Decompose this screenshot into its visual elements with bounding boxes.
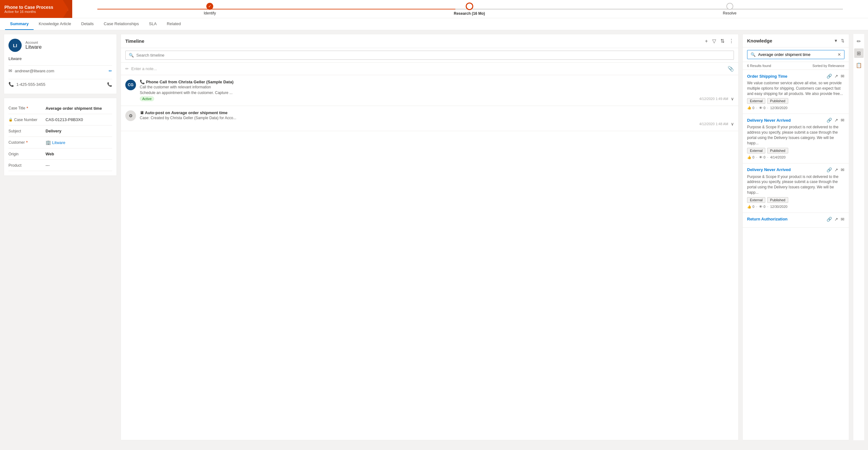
expand-entry-1[interactable]: ∨ <box>731 96 734 101</box>
phone-action-icon[interactable]: 📞 <box>107 82 112 87</box>
result-header-3: Delivery Never Arrived 🔗 ↗ ✉ <box>747 167 844 172</box>
note-placeholder: Enter a note... <box>131 66 157 71</box>
step-circle-research <box>466 2 473 10</box>
account-info: Account Litware <box>25 40 42 50</box>
entry-meta-1: Active 4/12/2020 1:49 AM ∨ <box>140 96 734 101</box>
timeline-card: Timeline + ▽ ⇅ ⋮ 🔍 ✏ Enter a note... <box>121 34 739 440</box>
knowledge-card: Knowledge ▼ ⇅ 🔍 ✕ 6 Results found Sorted… <box>742 34 849 440</box>
tag-published-1: Published <box>767 98 788 104</box>
entry-sub1-1: Call the customer with relevant informat… <box>140 85 734 89</box>
result-title-2[interactable]: Delivery Never Arrived <box>747 118 791 123</box>
date-1: 12/30/2020 <box>770 106 787 110</box>
search-icon: 🔍 <box>129 53 134 58</box>
open-result-4[interactable]: ↗ <box>834 217 838 222</box>
process-title: Phone to Case Process <box>4 5 58 10</box>
process-line-active <box>97 9 455 9</box>
field-row-customer: Customer * 🏢 Litware <box>8 137 112 148</box>
email-row: ✉ andrewr@litware.com ✏ <box>8 65 112 76</box>
result-desc-1: We value customer service above all else… <box>747 81 844 96</box>
step-circle-resolve <box>726 3 733 10</box>
phone-icon: 📞 <box>8 82 14 87</box>
knowledge-result-4: Return Authorization 🔗 ↗ ✉ <box>743 213 849 228</box>
knowledge-search-input[interactable] <box>758 52 835 57</box>
email-action-icon[interactable]: ✏ <box>108 68 112 73</box>
expand-entry-2[interactable]: ∨ <box>731 121 734 126</box>
email-icon: ✉ <box>8 68 12 73</box>
tag-external-3: External <box>747 197 765 203</box>
result-title-3[interactable]: Delivery Never Arrived <box>747 167 791 172</box>
knowledge-sort-icon[interactable]: ⇅ <box>841 38 844 43</box>
timeline-search-input[interactable] <box>136 53 731 58</box>
result-title-1[interactable]: Order Shipping Time <box>747 74 787 79</box>
side-action-pencil[interactable]: ✏ <box>854 36 864 46</box>
field-row-product: Product --- <box>8 160 112 171</box>
email-result-3[interactable]: ✉ <box>841 167 844 172</box>
tab-summary[interactable]: Summary <box>5 18 34 30</box>
step-research[interactable]: Research (16 Mo) <box>454 2 485 16</box>
results-count: 6 Results found <box>747 64 771 67</box>
open-result-2[interactable]: ↗ <box>834 118 838 123</box>
entry-sub1-2: Case: Created by Christa Geller (Sample … <box>140 116 734 120</box>
left-panel: LI Account Litware Litware ✉ andrewr@lit… <box>4 34 117 440</box>
email-result-2[interactable]: ✉ <box>841 118 844 123</box>
tab-case-relationships[interactable]: Case Relationships <box>99 18 144 30</box>
step-resolve[interactable]: Resolve <box>723 3 736 16</box>
email-actions: ✏ <box>108 68 112 73</box>
avatar-cg: CG <box>125 80 136 90</box>
link-result-3[interactable]: 🔗 <box>827 167 832 172</box>
field-value-title[interactable]: Average order shipment time <box>45 106 112 111</box>
add-timeline-button[interactable]: + <box>705 38 708 44</box>
tab-related[interactable]: Related <box>162 18 186 30</box>
side-action-grid[interactable]: ⊞ <box>854 49 864 58</box>
step-label-identify: Identify <box>204 11 216 16</box>
knowledge-header: Knowledge ▼ ⇅ <box>743 34 849 48</box>
timeline-entry-2: ⚙ 🖥 Auto-post on Average order shipment … <box>121 106 738 131</box>
case-fields-card: Case Title * Average order shipment time… <box>4 98 117 176</box>
field-value-subject[interactable]: Delivery <box>45 129 112 133</box>
date-3: 12/30/2020 <box>770 205 787 208</box>
email-value[interactable]: andrewr@litware.com <box>15 68 54 73</box>
tag-external-2: External <box>747 148 765 153</box>
more-timeline-button[interactable]: ⋮ <box>729 38 734 44</box>
link-result-1[interactable]: 🔗 <box>827 74 832 79</box>
field-label-number: 🔒 Case Number <box>8 118 43 122</box>
step-identify[interactable]: ✓ Identify <box>204 3 216 16</box>
field-label-product: Product <box>8 163 43 168</box>
account-name[interactable]: Litware <box>25 44 42 50</box>
field-row-number: 🔒 Case Number CAS-01213-P8B3X0 <box>8 114 112 125</box>
timeline-entries: CG 📞 Phone Call from Christa Geller (Sam… <box>121 75 738 440</box>
knowledge-filter-icon[interactable]: ▼ <box>834 38 838 43</box>
tab-sla[interactable]: SLA <box>144 18 162 30</box>
tab-knowledge-article[interactable]: Knowledge Article <box>34 18 76 30</box>
field-value-origin: Web <box>45 151 112 156</box>
sort-timeline-button[interactable]: ⇅ <box>720 38 724 44</box>
account-header: LI Account Litware <box>8 39 112 52</box>
phone-value[interactable]: 1-425-555-3455 <box>16 82 45 87</box>
open-result-3[interactable]: ↗ <box>834 167 838 172</box>
tab-details[interactable]: Details <box>76 18 99 30</box>
link-result-4[interactable]: 🔗 <box>827 217 832 222</box>
note-input-area[interactable]: ✏ Enter a note... <box>125 66 727 71</box>
email-result-1[interactable]: ✉ <box>841 74 844 79</box>
auto-post-icon: ⚙ <box>125 110 136 121</box>
auto-post-type-icon: 🖥 <box>140 110 145 115</box>
search-row: 🔍 <box>121 48 738 63</box>
email-result-4[interactable]: ✉ <box>841 217 844 222</box>
open-result-1[interactable]: ↗ <box>834 74 838 79</box>
required-indicator-title: * <box>26 106 28 111</box>
field-value-customer[interactable]: 🏢 Litware <box>45 140 112 145</box>
field-value-product[interactable]: --- <box>45 163 112 168</box>
filter-timeline-button[interactable]: ▽ <box>712 38 716 44</box>
field-label-subject: Subject <box>8 129 43 133</box>
link-result-2[interactable]: 🔗 <box>827 118 832 123</box>
side-action-clipboard[interactable]: 📋 <box>854 60 864 70</box>
timeline-entry: CG 📞 Phone Call from Christa Geller (Sam… <box>121 75 738 106</box>
tabs-bar: Summary Knowledge Article Details Case R… <box>0 18 868 30</box>
pencil-icon: ✏ <box>125 66 129 71</box>
attachment-icon[interactable]: 📎 <box>727 66 734 72</box>
result-header-4: Return Authorization 🔗 ↗ ✉ <box>747 217 844 222</box>
result-title-4[interactable]: Return Authorization <box>747 217 787 221</box>
result-header-1: Order Shipping Time 🔗 ↗ ✉ <box>747 74 844 79</box>
entry-title-2: 🖥 Auto-post on Average order shipment ti… <box>140 110 734 115</box>
knowledge-clear-icon[interactable]: ✕ <box>838 52 841 57</box>
